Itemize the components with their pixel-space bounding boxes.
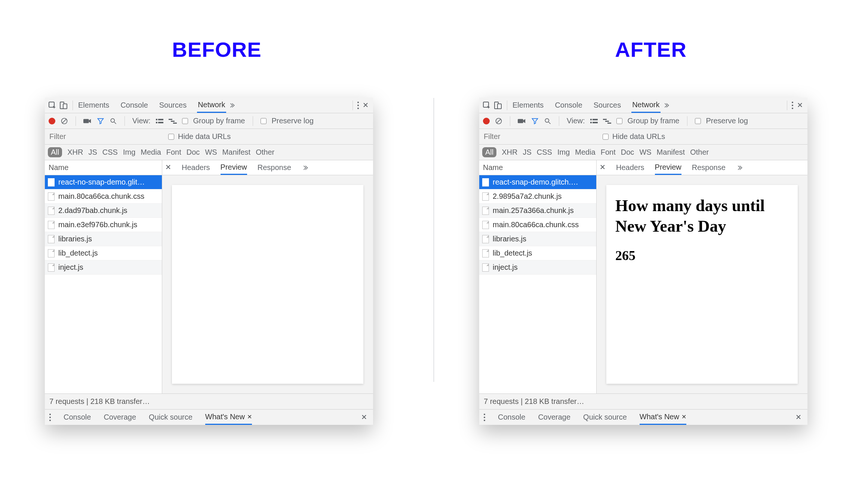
search-icon[interactable]: [544, 117, 551, 125]
clear-button[interactable]: [61, 117, 68, 125]
type-chip-media[interactable]: Media: [141, 148, 161, 157]
request-row[interactable]: react-snap-demo.glitch.…: [479, 175, 596, 189]
request-row[interactable]: main.80ca66ca.chunk.css: [479, 218, 596, 232]
type-chip-all[interactable]: All: [48, 147, 62, 157]
record-button[interactable]: [49, 118, 55, 124]
type-chip-font[interactable]: Font: [601, 148, 616, 157]
request-row[interactable]: main.257a366a.chunk.js: [479, 204, 596, 218]
top-tab-elements[interactable]: Elements: [77, 98, 110, 113]
detail-tab-response[interactable]: Response: [692, 160, 726, 175]
type-chip-xhr[interactable]: XHR: [67, 148, 83, 157]
group-by-frame-checkbox[interactable]: [616, 118, 622, 124]
close-tab-icon[interactable]: ✕: [681, 413, 686, 420]
record-button[interactable]: [483, 118, 490, 124]
request-row[interactable]: 2.9895a7a2.chunk.js: [479, 189, 596, 204]
drawer-tab-what-s-new[interactable]: What's New✕: [205, 410, 252, 425]
screenshot-icon[interactable]: [83, 118, 92, 124]
request-row[interactable]: main.e3ef976b.chunk.js: [45, 218, 162, 232]
inspect-icon[interactable]: [48, 101, 57, 110]
drawer-menu-icon[interactable]: [484, 414, 485, 421]
device-toggle-icon[interactable]: [493, 101, 502, 110]
more-options-icon[interactable]: [357, 102, 359, 109]
type-chip-img[interactable]: Img: [557, 148, 570, 157]
search-icon[interactable]: [110, 117, 117, 125]
type-chip-manifest[interactable]: Manifest: [657, 148, 685, 157]
large-rows-icon[interactable]: [156, 118, 163, 124]
drawer-tab-quick-source[interactable]: Quick source: [149, 410, 193, 425]
hide-data-urls-checkbox[interactable]: [603, 134, 609, 140]
type-chip-other[interactable]: Other: [256, 148, 274, 157]
type-chip-img[interactable]: Img: [123, 148, 135, 157]
type-chip-doc[interactable]: Doc: [621, 148, 634, 157]
type-chip-ws[interactable]: WS: [205, 148, 217, 157]
hide-data-urls-checkbox[interactable]: [168, 134, 174, 140]
filter-icon[interactable]: [97, 117, 104, 125]
type-chip-doc[interactable]: Doc: [187, 148, 200, 157]
close-tab-icon[interactable]: ✕: [247, 413, 252, 420]
type-chip-font[interactable]: Font: [166, 148, 181, 157]
detail-overflow-icon[interactable]: [302, 164, 308, 171]
top-tab-network[interactable]: Network: [631, 98, 660, 113]
more-options-icon[interactable]: [792, 102, 793, 109]
clear-button[interactable]: [495, 117, 502, 125]
type-chip-media[interactable]: Media: [575, 148, 595, 157]
type-chip-manifest[interactable]: Manifest: [222, 148, 251, 157]
preserve-log-checkbox[interactable]: [261, 118, 267, 124]
type-chip-css[interactable]: CSS: [537, 148, 552, 157]
top-tab-console[interactable]: Console: [120, 98, 148, 113]
type-chip-js[interactable]: JS: [523, 148, 531, 157]
detail-overflow-icon[interactable]: [736, 164, 743, 171]
detail-tab-headers[interactable]: Headers: [616, 160, 644, 175]
top-tab-sources[interactable]: Sources: [158, 98, 187, 113]
overflow-icon[interactable]: [663, 102, 670, 109]
top-tab-network[interactable]: Network: [197, 98, 226, 113]
type-chip-ws[interactable]: WS: [639, 148, 651, 157]
filter-input[interactable]: [49, 131, 161, 142]
device-toggle-icon[interactable]: [59, 101, 68, 110]
overflow-icon[interactable]: [228, 102, 235, 109]
request-row[interactable]: main.80ca66ca.chunk.css: [45, 189, 162, 204]
large-rows-icon[interactable]: [590, 118, 598, 124]
top-tab-elements[interactable]: Elements: [512, 98, 544, 113]
type-chip-js[interactable]: JS: [88, 148, 97, 157]
inspect-icon[interactable]: [482, 101, 491, 110]
name-column-header[interactable]: Name: [479, 160, 596, 175]
detail-tab-response[interactable]: Response: [258, 160, 291, 175]
group-by-frame-checkbox[interactable]: [182, 118, 188, 124]
close-drawer-button[interactable]: [794, 413, 803, 422]
close-drawer-button[interactable]: [360, 413, 369, 422]
waterfall-icon[interactable]: [169, 118, 177, 124]
filter-input[interactable]: [483, 131, 595, 142]
close-devtools-button[interactable]: [361, 101, 370, 110]
drawer-tab-what-s-new[interactable]: What's New✕: [640, 410, 686, 425]
top-tab-console[interactable]: Console: [554, 98, 583, 113]
drawer-tab-quick-source[interactable]: Quick source: [583, 410, 627, 425]
request-row[interactable]: 2.dad97bab.chunk.js: [45, 204, 162, 218]
drawer-tab-coverage[interactable]: Coverage: [538, 410, 570, 425]
type-chip-other[interactable]: Other: [690, 148, 709, 157]
type-chip-css[interactable]: CSS: [102, 148, 118, 157]
close-detail-icon[interactable]: [165, 163, 171, 172]
request-row[interactable]: inject.js: [479, 260, 596, 275]
drawer-tab-coverage[interactable]: Coverage: [104, 410, 136, 425]
filter-icon[interactable]: [531, 117, 539, 125]
detail-tab-preview[interactable]: Preview: [655, 160, 681, 175]
detail-tab-preview[interactable]: Preview: [221, 160, 247, 175]
drawer-tab-console[interactable]: Console: [498, 410, 525, 425]
waterfall-icon[interactable]: [603, 118, 611, 124]
detail-tab-headers[interactable]: Headers: [182, 160, 210, 175]
close-detail-icon[interactable]: [600, 163, 606, 172]
top-tab-sources[interactable]: Sources: [593, 98, 622, 113]
preserve-log-checkbox[interactable]: [695, 118, 701, 124]
request-row[interactable]: libraries.js: [45, 232, 162, 246]
request-row[interactable]: lib_detect.js: [45, 246, 162, 260]
request-row[interactable]: react-no-snap-demo.glit…: [45, 175, 162, 189]
request-row[interactable]: inject.js: [45, 260, 162, 275]
type-chip-xhr[interactable]: XHR: [502, 148, 517, 157]
screenshot-icon[interactable]: [518, 118, 526, 124]
request-row[interactable]: lib_detect.js: [479, 246, 596, 260]
name-column-header[interactable]: Name: [45, 160, 162, 175]
request-row[interactable]: libraries.js: [479, 232, 596, 246]
drawer-tab-console[interactable]: Console: [64, 410, 91, 425]
type-chip-all[interactable]: All: [482, 147, 496, 157]
